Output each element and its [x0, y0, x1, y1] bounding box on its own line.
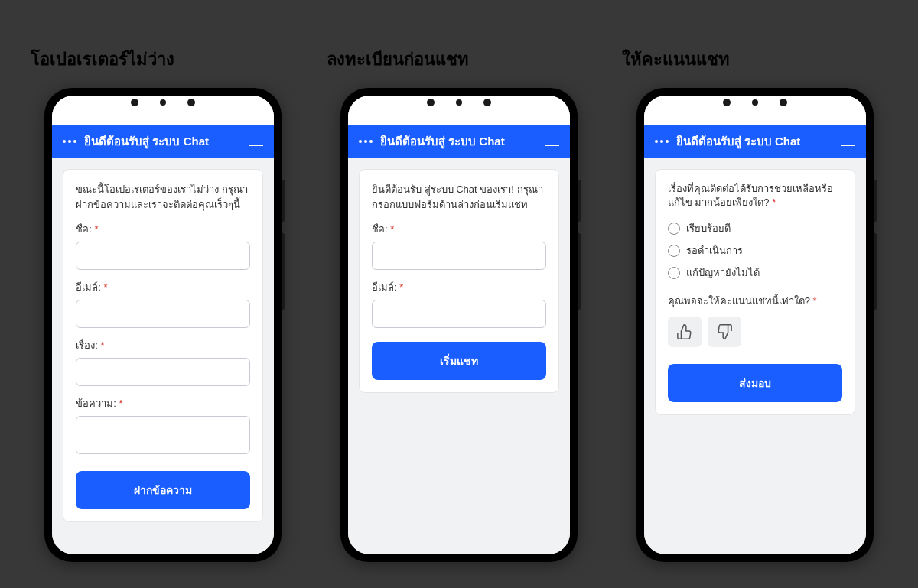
intro-text: ขณะนี้โอเปอเรเตอร์ของเราไม่ว่าง กรุณาฝาก… [76, 182, 250, 212]
chat-header: ยินดีต้อนรับสู่ ระบบ Chat [348, 125, 570, 158]
chat-content: ขณะนี้โอเปอเรเตอร์ของเราไม่ว่าง กรุณาฝาก… [52, 158, 274, 554]
phone-notch [131, 99, 195, 106]
chat-header: ยินดีต้อนรับสู่ ระบบ Chat [52, 125, 274, 158]
phone-button [282, 233, 285, 310]
subject-label: เรื่อง: * [76, 337, 250, 353]
start-chat-button[interactable]: เริ่มแชท [372, 342, 546, 380]
submit-button[interactable]: ส่งมอบ [668, 364, 842, 402]
name-label: ชื่อ: * [372, 221, 546, 237]
form-card: เรื่องที่คุณติดต่อได้รับการช่วยเหลือหรือ… [655, 169, 855, 415]
resolution-question: เรื่องที่คุณติดต่อได้รับการช่วยเหลือหรือ… [668, 182, 842, 210]
column-title: ลงทะเบียนก่อนแชท [319, 46, 469, 73]
message-textarea[interactable] [76, 416, 250, 454]
radio-icon [668, 223, 680, 235]
phone-mockup: ยินดีต้อนรับสู่ ระบบ Chat ขณะนี้โอเปอเรเ… [44, 88, 282, 562]
email-label: อีเมล์: * [372, 279, 546, 295]
name-input[interactable] [372, 242, 546, 270]
radio-option-resolved[interactable]: เรียบร้อยดี [668, 217, 842, 239]
phone-screen: ยินดีต้อนรับสู่ ระบบ Chat ยินดีต้อนรับ ส… [348, 96, 570, 554]
thumbs-group [668, 317, 842, 347]
radio-label: เรียบร้อยดี [686, 220, 731, 236]
menu-dots-icon[interactable] [359, 140, 373, 143]
radio-icon [668, 245, 680, 257]
phone-notch [427, 99, 491, 106]
chat-content: ยินดีต้อนรับ สู่ระบบ Chat ของเรา! กรุณาก… [348, 158, 570, 554]
phone-notch [723, 99, 787, 106]
radio-icon [668, 267, 680, 279]
intro-text: ยินดีต้อนรับ สู่ระบบ Chat ของเรา! กรุณาก… [372, 182, 546, 212]
thumbs-down-icon [716, 323, 733, 340]
phone-button [578, 233, 581, 310]
phone-button [578, 180, 581, 222]
radio-option-pending[interactable]: รอดำเนินการ [668, 239, 842, 262]
email-input[interactable] [76, 300, 250, 328]
leave-message-button[interactable]: ฝากข้อความ [76, 471, 250, 509]
column-operator-busy: โอเปอเรเตอร์ไม่ว่าง ยินดีต้อนรับสู่ ระบบ… [23, 46, 304, 562]
chat-header-title: ยินดีต้อนรับสู่ ระบบ Chat [84, 132, 242, 151]
column-title: โอเปอเรเตอร์ไม่ว่าง [23, 46, 174, 73]
chat-header-title: ยินดีต้อนรับสู่ ระบบ Chat [380, 132, 538, 151]
column-register-chat: ลงทะเบียนก่อนแชท ยินดีต้อนรับสู่ ระบบ Ch… [319, 46, 600, 562]
chat-content: เรื่องที่คุณติดต่อได้รับการช่วยเหลือหรือ… [644, 158, 866, 554]
phone-screen: ยินดีต้อนรับสู่ ระบบ Chat ขณะนี้โอเปอเรเ… [52, 96, 274, 554]
thumbs-up-icon [676, 323, 693, 340]
column-rate-chat: ให้คะแนนแชท ยินดีต้อนรับสู่ ระบบ Chat เร… [614, 46, 895, 562]
phone-button [874, 180, 877, 222]
chat-header: ยินดีต้อนรับสู่ ระบบ Chat [644, 125, 866, 158]
minimize-icon[interactable] [545, 145, 559, 146]
phone-button [874, 233, 877, 310]
thumbs-up-button[interactable] [668, 317, 702, 347]
form-card: ยินดีต้อนรับ สู่ระบบ Chat ของเรา! กรุณาก… [359, 169, 559, 393]
resolution-radio-group: เรียบร้อยดี รอดำเนินการ แก้ปัญหายังไม่ได… [668, 217, 842, 284]
phone-mockup: ยินดีต้อนรับสู่ ระบบ Chat เรื่องที่คุณติ… [636, 88, 874, 562]
column-title: ให้คะแนนแชท [614, 46, 730, 73]
minimize-icon[interactable] [249, 145, 263, 146]
menu-dots-icon[interactable] [63, 140, 76, 143]
rating-question: คุณพอจะให้คะแนนแชทนี้เท่าใด? * [668, 294, 842, 308]
phone-mockup: ยินดีต้อนรับสู่ ระบบ Chat ยินดีต้อนรับ ส… [340, 88, 578, 562]
subject-input[interactable] [76, 358, 250, 386]
menu-dots-icon[interactable] [655, 140, 669, 143]
form-card: ขณะนี้โอเปอเรเตอร์ของเราไม่ว่าง กรุณาฝาก… [63, 169, 263, 522]
name-input[interactable] [76, 242, 250, 270]
radio-label: รอดำเนินการ [686, 242, 743, 258]
radio-option-unresolved[interactable]: แก้ปัญหายังไม่ได้ [668, 262, 842, 284]
email-label: อีเมล์: * [76, 279, 250, 295]
chat-header-title: ยินดีต้อนรับสู่ ระบบ Chat [676, 132, 834, 151]
radio-label: แก้ปัญหายังไม่ได้ [686, 265, 760, 281]
phone-screen: ยินดีต้อนรับสู่ ระบบ Chat เรื่องที่คุณติ… [644, 96, 866, 554]
phone-button [282, 180, 285, 222]
minimize-icon[interactable] [842, 145, 855, 146]
message-label: ข้อความ: * [76, 395, 250, 411]
thumbs-down-button[interactable] [708, 317, 741, 347]
email-input[interactable] [372, 300, 546, 328]
name-label: ชื่อ: * [76, 221, 250, 237]
